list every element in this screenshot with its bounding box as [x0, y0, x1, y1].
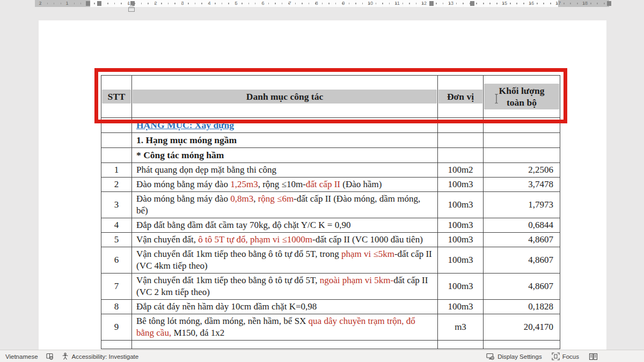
cell-unit[interactable]: 100m3	[438, 218, 484, 233]
read-mode-book-icon	[589, 353, 598, 360]
column-marker[interactable]	[86, 1, 90, 6]
focus-icon	[552, 352, 560, 360]
cell-desc[interactable]: Vận chuyển đất, ô tô 5T tự đổ, phạm vi ≤…	[132, 233, 438, 247]
ruler-number: 6	[261, 0, 264, 7]
cell-desc[interactable]: 1. Hạng mục móng ngầm	[132, 133, 438, 148]
cell-unit[interactable]: 100m3	[438, 192, 484, 218]
cell-no[interactable]: 5	[101, 233, 132, 247]
cell-no[interactable]: 7	[101, 274, 132, 300]
read-mode-button[interactable]	[589, 353, 598, 360]
cell-unit[interactable]: 100m3	[438, 247, 484, 274]
red-text: 0,8m3	[230, 194, 253, 204]
cell-no[interactable]: 8	[101, 300, 132, 314]
cell-qty[interactable]	[484, 133, 560, 148]
indent-marker[interactable]	[128, 5, 135, 11]
ruler-number: 5	[235, 0, 237, 7]
language-button[interactable]: Vietnamese	[5, 353, 38, 360]
cell-unit[interactable]: 100m3	[438, 274, 484, 300]
cell-unit[interactable]: 100m3	[438, 233, 484, 247]
desc-text: Đào móng bằng máy đào	[136, 179, 230, 189]
cell-no[interactable]: 3	[101, 192, 132, 218]
cell-desc[interactable]: * Công tác móng hầm	[132, 148, 438, 163]
cell-qty[interactable]	[484, 148, 560, 163]
cell-no[interactable]: 6	[101, 247, 132, 274]
cell-no[interactable]: 2	[101, 178, 132, 192]
ruler-number: 7	[288, 0, 291, 7]
ruler-number: 2	[39, 0, 41, 7]
horizontal-ruler[interactable]: 211234567891011121315161718	[0, 0, 644, 7]
header-danh-muc[interactable]: Danh mục công tác	[132, 76, 438, 118]
desc-text: Bê tông lót móng, dầm móng, nền hầm, bể …	[136, 316, 309, 326]
column-marker[interactable]	[97, 1, 101, 6]
ruler-number: 17	[555, 0, 561, 7]
focus-button[interactable]: Focus	[552, 352, 579, 360]
desc-text: -đất cấp II (VC 1000 đầu tiên)	[312, 234, 423, 245]
cell-unit[interactable]: 100m3	[438, 300, 484, 314]
cell-no[interactable]	[101, 148, 132, 163]
cell-unit[interactable]: m3	[438, 314, 484, 341]
cell-unit[interactable]	[438, 133, 484, 148]
accessibility-button[interactable]: Accessibility: Investigate	[61, 352, 139, 360]
table-row: 1Phát quang dọn dẹp mặt bằng thi công100…	[101, 163, 560, 178]
ruler-number: 13	[448, 0, 453, 7]
table-body: HẠNG MỤC: Xây dựng1. Hạng mục móng ngầm*…	[101, 118, 560, 349]
cell-unit[interactable]	[438, 341, 484, 349]
cell-qty[interactable]	[484, 118, 560, 133]
cell-no[interactable]	[101, 118, 132, 133]
display-settings-button[interactable]: Display Settings	[486, 353, 541, 360]
table-row: 6Vận chuyển đất 1km tiếp theo bằng ô tô …	[101, 247, 560, 274]
cell-qty[interactable]: 3,7478	[484, 178, 560, 192]
ruler-number: 2	[154, 0, 157, 7]
document-page[interactable]: STT Danh mục công tác Đơn vị Khối lượng …	[39, 20, 606, 350]
table-row: 1. Hạng mục móng ngầm	[101, 133, 560, 148]
cell-no[interactable]: 4	[101, 218, 132, 233]
red-text: phạm vi ≤5km	[341, 249, 394, 259]
cell-qty[interactable]: 20,4170	[484, 314, 560, 341]
desc-text: Phát quang dọn dẹp mặt bằng thi công	[136, 165, 276, 175]
cell-unit[interactable]: 100m3	[438, 178, 484, 192]
cell-desc[interactable]: Đắp cát đáy nền hầm dày 10cm đầm chặt K=…	[132, 300, 438, 314]
red-text: rộng ≤6m	[258, 194, 294, 204]
cell-desc[interactable]: Bê tông lót móng, dầm móng, nền hầm, bể …	[132, 314, 438, 341]
desc-text: (Đào hầm)	[340, 179, 382, 189]
red-text: đất cấp II	[306, 179, 340, 189]
cell-qty[interactable]: 0,1828	[484, 300, 560, 314]
blue-section-title: HẠNG MỤC: Xây dựng	[136, 120, 234, 130]
ruler-number: 4	[208, 0, 210, 7]
cell-desc[interactable]	[132, 341, 438, 349]
table-row: * Công tác móng hầm	[101, 148, 560, 163]
ruler-number: 8	[315, 0, 318, 7]
cell-no[interactable]: 1	[101, 163, 132, 178]
cell-desc[interactable]: Đào móng bằng máy đào 1,25m3, rộng ≤10m-…	[132, 178, 438, 192]
column-marker[interactable]	[429, 1, 434, 6]
cell-qty[interactable]: 4,8607	[484, 233, 560, 247]
cell-no[interactable]	[101, 341, 132, 349]
cell-no[interactable]: 9	[101, 314, 132, 341]
cell-no[interactable]	[101, 133, 132, 148]
cell-desc[interactable]: Đắp đất bằng đầm đất cầm tay 70kg, độ ch…	[132, 218, 438, 233]
cell-desc[interactable]: Vận chuyển đất 1km tiếp theo bằng ô tô t…	[132, 274, 438, 300]
cell-qty[interactable]: 4,8607	[484, 274, 560, 300]
cell-desc[interactable]: Vận chuyển đất 1km tiếp theo bằng ô tô t…	[132, 247, 438, 274]
cell-qty[interactable]: 0,6844	[484, 218, 560, 233]
cell-desc[interactable]: Phát quang dọn dẹp mặt bằng thi công	[132, 163, 438, 178]
column-marker[interactable]	[607, 1, 611, 6]
table-row: 5Vận chuyển đất, ô tô 5T tự đổ, phạm vi …	[101, 233, 560, 247]
cell-unit[interactable]	[438, 148, 484, 163]
cell-desc[interactable]: Đào móng bằng máy đào 0,8m3, rộng ≤6m-đấ…	[132, 192, 438, 218]
table-row: HẠNG MỤC: Xây dựng	[101, 118, 560, 133]
cell-qty[interactable]: 2,2506	[484, 163, 560, 178]
desc-text: M150, đá 1x2	[171, 328, 224, 338]
cell-qty[interactable]	[484, 341, 560, 349]
header-don-vi[interactable]: Đơn vị	[438, 76, 484, 118]
column-marker[interactable]	[470, 1, 474, 6]
proofing-status-button[interactable]	[46, 352, 54, 360]
cell-desc[interactable]: HẠNG MỤC: Xây dựng	[132, 118, 438, 133]
header-khoi-luong[interactable]: Khối lượng toàn bộ	[484, 76, 560, 118]
cell-unit[interactable]: 100m2	[438, 163, 484, 178]
cell-qty[interactable]: 1,7973	[484, 192, 560, 218]
cell-unit[interactable]	[438, 118, 484, 133]
table-row: 2Đào móng bằng máy đào 1,25m3, rộng ≤10m…	[101, 178, 560, 192]
header-stt[interactable]: STT	[101, 76, 132, 118]
cell-qty[interactable]: 4,8607	[484, 247, 560, 274]
